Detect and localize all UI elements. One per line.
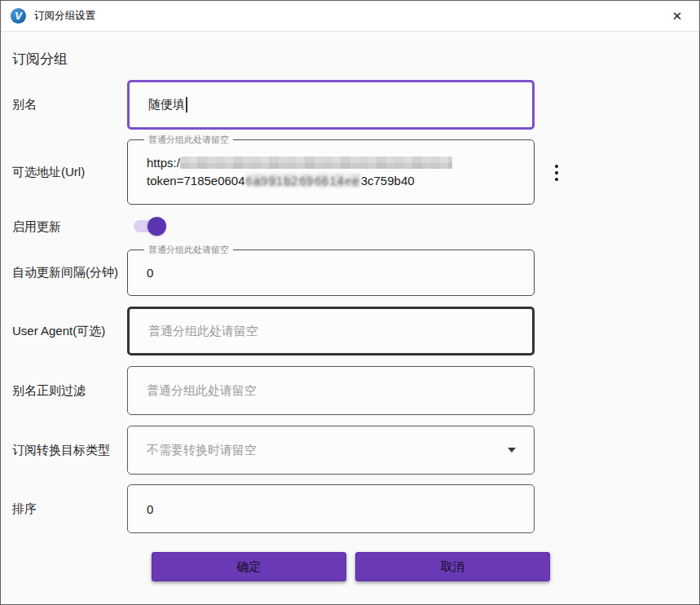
chevron-down-icon [508, 448, 516, 453]
interval-label: 自动更新间隔(分钟) [12, 264, 126, 280]
text-caret [186, 97, 187, 113]
url-line-2: token=7185e06046a991b2696614ee3c759b40 [147, 172, 415, 190]
title-bar[interactable]: V 订阅分组设置 ✕ [1, 1, 699, 32]
ok-button[interactable]: 确定 [152, 552, 346, 581]
sort-input[interactable]: 0 [127, 484, 535, 533]
interval-floating-label: 普通分组此处请留空 [144, 244, 233, 256]
subscription-group-dialog: V 订阅分组设置 ✕ 订阅分组 别名 随便填 可选地址(Url) 普通分组此处请… [0, 0, 700, 605]
interval-value: 0 [147, 266, 153, 280]
user-agent-placeholder: 普通分组此处请留空 [148, 324, 258, 339]
alias-regex-label: 别名正则过滤 [12, 382, 126, 399]
alias-value: 随便填 [148, 97, 185, 113]
convert-target-dropdown[interactable]: 不需要转换时请留空 [127, 426, 535, 475]
alias-label: 别名 [12, 96, 126, 113]
interval-input[interactable]: 普通分组此处请留空 0 [127, 250, 535, 296]
sort-value: 0 [147, 502, 153, 516]
window-title: 订阅分组设置 [34, 9, 95, 23]
url-more-menu-icon[interactable] [548, 161, 565, 185]
enable-update-toggle[interactable] [134, 217, 168, 236]
redacted-token-segment: 6a991b2696614ee [245, 174, 361, 188]
user-agent-label: User Agent(可选) [12, 323, 126, 339]
user-agent-input[interactable]: 普通分组此处请留空 [127, 307, 535, 355]
redacted-url-segment [180, 157, 452, 169]
convert-target-placeholder: 不需要转换时请留空 [147, 443, 257, 458]
v2rayn-app-icon: V [11, 8, 26, 24]
enable-update-label: 启用更新 [12, 219, 126, 235]
url-line-1: https:/ [147, 154, 452, 172]
page-title: 订阅分组 [12, 50, 68, 68]
cancel-button[interactable]: 取消 [355, 552, 550, 581]
url-floating-label: 普通分组此处请留空 [144, 134, 233, 146]
url-input[interactable]: 普通分组此处请留空 https:/ token=7185e06046a991b2… [127, 139, 535, 205]
convert-target-label: 订阅转换目标类型 [12, 442, 126, 458]
alias-regex-placeholder: 普通分组此处请留空 [147, 383, 257, 399]
url-label: 可选地址(Url) [12, 164, 126, 180]
alias-regex-input[interactable]: 普通分组此处请留空 [127, 366, 535, 415]
alias-input[interactable]: 随便填 [127, 80, 535, 130]
close-icon[interactable]: ✕ [662, 1, 693, 31]
sort-label: 排序 [12, 501, 126, 517]
toggle-thumb [147, 217, 166, 236]
